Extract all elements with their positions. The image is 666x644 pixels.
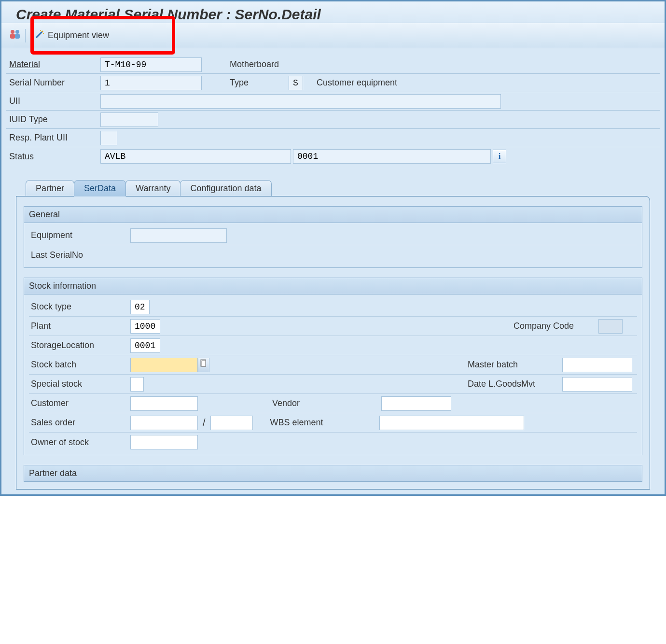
sales-order-item-input[interactable] — [210, 416, 253, 430]
stock-type-input[interactable] — [130, 300, 150, 314]
company-code-label: Company Code — [512, 320, 598, 332]
svg-point-2 — [15, 30, 19, 34]
stock-batch-f4-button[interactable] — [198, 358, 209, 372]
stock-group-title: Stock information — [24, 278, 642, 294]
wand-icon — [34, 29, 45, 42]
sales-order-input[interactable] — [130, 416, 198, 430]
special-stock-label: Special stock — [29, 378, 130, 390]
svg-line-4 — [36, 32, 42, 38]
stock-batch-input[interactable] — [130, 358, 198, 372]
uii-label: UII — [6, 94, 100, 108]
serial-label: Serial Number — [6, 76, 100, 90]
tab-strip: Partner SerData Warranty Configuration d… — [16, 180, 650, 196]
plant-input[interactable] — [130, 319, 160, 334]
svg-rect-3 — [15, 34, 20, 39]
equipment-view-label: Equipment view — [48, 30, 109, 41]
partner-data-title: Partner data — [24, 465, 642, 481]
type-desc: Customer equipment — [313, 76, 401, 90]
storage-loc-input[interactable] — [130, 338, 160, 353]
stock-batch-label: Stock batch — [29, 359, 130, 371]
partner-data-group: Partner data — [24, 465, 642, 482]
general-group: General Equipment Last SerialNo — [24, 206, 642, 268]
iuid-type-label: IUID Type — [6, 112, 100, 126]
date-goods-label: Date L.GoodsMvt — [466, 378, 562, 390]
company-code-input — [598, 319, 623, 334]
header-form: Material Motherboard Serial Number Type … — [6, 56, 660, 166]
general-group-title: General — [24, 207, 642, 223]
customer-input[interactable] — [130, 396, 198, 411]
stock-type-label: Stock type — [29, 301, 130, 313]
svg-point-5 — [42, 31, 43, 32]
storage-loc-label: StorageLocation — [29, 339, 130, 351]
wbs-input[interactable] — [379, 416, 524, 430]
special-stock-input[interactable] — [130, 377, 144, 392]
svg-point-6 — [43, 33, 44, 34]
svg-point-7 — [40, 30, 41, 31]
plant-label: Plant — [29, 320, 130, 332]
material-label: Material — [6, 57, 100, 71]
uii-input[interactable] — [100, 94, 501, 109]
partner-icon[interactable] — [9, 29, 21, 42]
master-batch-label: Master batch — [466, 359, 562, 371]
svg-point-0 — [11, 30, 14, 34]
page-title: Create Material Serial Number : SerNo.De… — [1, 1, 665, 23]
master-batch-input[interactable] — [562, 358, 632, 372]
customer-label: Customer — [29, 397, 130, 409]
equipment-view-button[interactable]: Equipment view — [29, 27, 114, 44]
date-goods-input[interactable] — [562, 377, 632, 392]
wbs-label: WBS element — [268, 417, 341, 429]
serdata-panel: General Equipment Last SerialNo Stock in… — [16, 196, 650, 490]
type-label: Type — [226, 76, 289, 90]
owner-label: Owner of stock — [29, 436, 130, 448]
material-desc: Motherboard — [226, 57, 283, 71]
equipment-label: Equipment — [29, 229, 130, 241]
stock-group: Stock information Stock type Plant Co — [24, 278, 642, 455]
status-input[interactable] — [100, 149, 291, 164]
svg-rect-1 — [10, 34, 15, 39]
status-label: Status — [6, 150, 100, 164]
status-code-input[interactable] — [293, 149, 491, 164]
resp-plant-input[interactable] — [100, 131, 117, 145]
equipment-input[interactable] — [130, 228, 227, 243]
sales-order-label: Sales order — [29, 417, 130, 429]
material-input[interactable] — [100, 57, 202, 72]
vendor-label: Vendor — [270, 397, 333, 409]
type-input[interactable] — [289, 76, 303, 90]
svg-rect-9 — [202, 361, 206, 366]
search-help-icon — [200, 359, 207, 370]
resp-plant-label: Resp. Plant UII — [6, 131, 100, 145]
tab-serdata[interactable]: SerData — [74, 180, 126, 196]
toolbar: Equipment view — [1, 23, 665, 48]
tab-warranty[interactable]: Warranty — [125, 180, 180, 196]
last-serial-label: Last SerialNo — [29, 249, 130, 261]
tab-partner[interactable]: Partner — [26, 180, 74, 196]
status-info-button[interactable]: i — [493, 150, 506, 163]
vendor-input[interactable] — [381, 396, 451, 411]
owner-input[interactable] — [130, 435, 198, 449]
serial-input[interactable] — [100, 76, 202, 90]
tab-configuration[interactable]: Configuration data — [180, 180, 271, 196]
sales-order-slash: / — [198, 417, 210, 428]
iuid-type-input[interactable] — [100, 112, 158, 127]
